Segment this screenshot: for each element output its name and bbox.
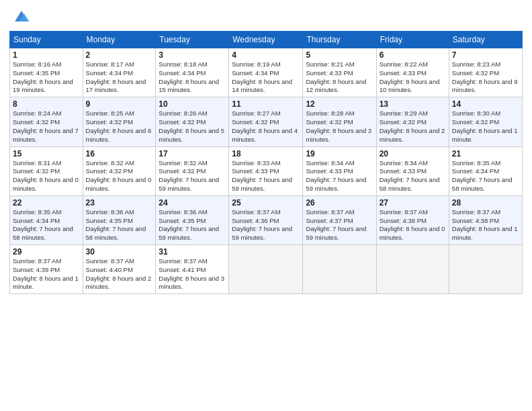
day-number: 27 — [380, 198, 446, 208]
day-info: Sunrise: 8:32 AMSunset: 4:32 PMDaylight:… — [86, 159, 153, 193]
calendar-cell: 30Sunrise: 8:37 AMSunset: 4:40 PMDayligh… — [83, 245, 156, 294]
day-info: Sunrise: 8:37 AMSunset: 4:38 PMDaylight:… — [380, 208, 446, 242]
day-number: 16 — [86, 149, 153, 158]
day-info: Sunrise: 8:22 AMSunset: 4:33 PMDaylight:… — [380, 60, 446, 95]
calendar-cell: 9Sunrise: 8:25 AMSunset: 4:32 PMDaylight… — [83, 97, 156, 146]
day-info: Sunrise: 8:32 AMSunset: 4:32 PMDaylight:… — [159, 159, 226, 193]
calendar-cell — [376, 245, 449, 294]
day-number: 22 — [13, 198, 80, 208]
day-number: 20 — [380, 149, 446, 158]
day-info: Sunrise: 8:16 AMSunset: 4:35 PMDaylight:… — [13, 60, 80, 95]
day-info: Sunrise: 8:24 AMSunset: 4:32 PMDaylight:… — [13, 109, 80, 144]
day-info: Sunrise: 8:30 AMSunset: 4:32 PMDaylight:… — [452, 109, 519, 144]
calendar-cell: 20Sunrise: 8:34 AMSunset: 4:33 PMDayligh… — [376, 146, 449, 195]
calendar-week-row: 22Sunrise: 8:35 AMSunset: 4:34 PMDayligh… — [10, 195, 523, 244]
calendar-cell: 1Sunrise: 8:16 AMSunset: 4:35 PMDaylight… — [10, 48, 83, 97]
weekday-header-tuesday: Tuesday — [156, 32, 229, 48]
calendar-cell: 15Sunrise: 8:31 AMSunset: 4:32 PMDayligh… — [10, 146, 83, 195]
day-number: 19 — [306, 149, 373, 158]
calendar-cell: 25Sunrise: 8:37 AMSunset: 4:36 PMDayligh… — [229, 195, 303, 244]
calendar-cell: 6Sunrise: 8:22 AMSunset: 4:33 PMDaylight… — [376, 48, 449, 97]
day-number: 24 — [159, 198, 226, 208]
calendar-cell: 27Sunrise: 8:37 AMSunset: 4:38 PMDayligh… — [376, 195, 449, 244]
weekday-header-friday: Friday — [376, 32, 449, 48]
day-info: Sunrise: 8:35 AMSunset: 4:34 PMDaylight:… — [452, 159, 519, 193]
day-number: 10 — [159, 99, 226, 109]
day-info: Sunrise: 8:37 AMSunset: 4:39 PMDaylight:… — [13, 257, 80, 291]
calendar-cell: 17Sunrise: 8:32 AMSunset: 4:32 PMDayligh… — [156, 146, 229, 195]
calendar-cell: 4Sunrise: 8:19 AMSunset: 4:34 PMDaylight… — [229, 48, 303, 97]
weekday-header-sunday: Sunday — [10, 32, 83, 48]
day-info: Sunrise: 8:25 AMSunset: 4:32 PMDaylight:… — [86, 109, 153, 144]
day-number: 8 — [13, 99, 80, 109]
day-number: 1 — [13, 50, 80, 60]
calendar-cell: 5Sunrise: 8:21 AMSunset: 4:33 PMDaylight… — [303, 48, 376, 97]
day-info: Sunrise: 8:33 AMSunset: 4:33 PMDaylight:… — [232, 159, 300, 193]
day-number: 12 — [306, 99, 373, 109]
day-number: 31 — [159, 247, 226, 257]
calendar-cell: 31Sunrise: 8:37 AMSunset: 4:41 PMDayligh… — [156, 245, 229, 294]
day-number: 30 — [86, 247, 153, 257]
day-number: 3 — [159, 50, 226, 60]
day-number: 6 — [380, 50, 446, 60]
day-number: 26 — [306, 198, 373, 208]
day-info: Sunrise: 8:28 AMSunset: 4:32 PMDaylight:… — [306, 109, 373, 144]
day-info: Sunrise: 8:17 AMSunset: 4:34 PMDaylight:… — [86, 60, 153, 95]
calendar-cell: 13Sunrise: 8:29 AMSunset: 4:32 PMDayligh… — [376, 97, 449, 146]
calendar-table: SundayMondayTuesdayWednesdayThursdayFrid… — [9, 31, 523, 294]
calendar-cell — [449, 245, 522, 294]
day-number: 23 — [86, 198, 153, 208]
day-number: 5 — [306, 50, 373, 60]
calendar-cell: 10Sunrise: 8:26 AMSunset: 4:32 PMDayligh… — [156, 97, 229, 146]
day-info: Sunrise: 8:37 AMSunset: 4:37 PMDaylight:… — [306, 208, 373, 242]
calendar-cell: 16Sunrise: 8:32 AMSunset: 4:32 PMDayligh… — [83, 146, 156, 195]
day-info: Sunrise: 8:26 AMSunset: 4:32 PMDaylight:… — [159, 109, 226, 144]
calendar-cell: 18Sunrise: 8:33 AMSunset: 4:33 PMDayligh… — [229, 146, 303, 195]
day-number: 18 — [232, 149, 300, 158]
weekday-header-thursday: Thursday — [303, 32, 376, 48]
calendar-cell: 22Sunrise: 8:35 AMSunset: 4:34 PMDayligh… — [10, 195, 83, 244]
day-number: 13 — [380, 99, 446, 109]
logo — [9, 7, 31, 26]
day-info: Sunrise: 8:37 AMSunset: 4:40 PMDaylight:… — [86, 257, 153, 291]
day-number: 7 — [452, 50, 519, 60]
calendar-cell: 14Sunrise: 8:30 AMSunset: 4:32 PMDayligh… — [449, 97, 522, 146]
day-info: Sunrise: 8:35 AMSunset: 4:34 PMDaylight:… — [13, 208, 80, 242]
calendar-cell: 28Sunrise: 8:37 AMSunset: 4:38 PMDayligh… — [449, 195, 522, 244]
calendar-cell: 7Sunrise: 8:23 AMSunset: 4:32 PMDaylight… — [449, 48, 522, 97]
calendar-cell: 26Sunrise: 8:37 AMSunset: 4:37 PMDayligh… — [303, 195, 376, 244]
day-info: Sunrise: 8:31 AMSunset: 4:32 PMDaylight:… — [13, 159, 80, 193]
day-info: Sunrise: 8:36 AMSunset: 4:35 PMDaylight:… — [86, 208, 153, 242]
day-info: Sunrise: 8:21 AMSunset: 4:33 PMDaylight:… — [306, 60, 373, 95]
calendar-cell: 29Sunrise: 8:37 AMSunset: 4:39 PMDayligh… — [10, 245, 83, 294]
day-number: 28 — [452, 198, 519, 208]
calendar-cell: 19Sunrise: 8:34 AMSunset: 4:33 PMDayligh… — [303, 146, 376, 195]
calendar-week-row: 15Sunrise: 8:31 AMSunset: 4:32 PMDayligh… — [10, 146, 523, 195]
weekday-header-monday: Monday — [83, 32, 156, 48]
logo-icon — [12, 7, 31, 26]
day-info: Sunrise: 8:37 AMSunset: 4:38 PMDaylight:… — [452, 208, 519, 242]
day-info: Sunrise: 8:37 AMSunset: 4:41 PMDaylight:… — [159, 257, 226, 291]
weekday-header-wednesday: Wednesday — [229, 32, 303, 48]
calendar-cell: 24Sunrise: 8:36 AMSunset: 4:35 PMDayligh… — [156, 195, 229, 244]
calendar-cell: 12Sunrise: 8:28 AMSunset: 4:32 PMDayligh… — [303, 97, 376, 146]
calendar-cell — [303, 245, 376, 294]
calendar-week-row: 8Sunrise: 8:24 AMSunset: 4:32 PMDaylight… — [10, 97, 523, 146]
day-info: Sunrise: 8:19 AMSunset: 4:34 PMDaylight:… — [232, 60, 300, 95]
day-info: Sunrise: 8:27 AMSunset: 4:32 PMDaylight:… — [232, 109, 300, 144]
calendar-week-row: 29Sunrise: 8:37 AMSunset: 4:39 PMDayligh… — [10, 245, 523, 294]
day-number: 14 — [452, 99, 519, 109]
day-number: 2 — [86, 50, 153, 60]
calendar-cell: 23Sunrise: 8:36 AMSunset: 4:35 PMDayligh… — [83, 195, 156, 244]
calendar-week-row: 1Sunrise: 8:16 AMSunset: 4:35 PMDaylight… — [10, 48, 523, 97]
day-number: 15 — [13, 149, 80, 158]
day-number: 21 — [452, 149, 519, 158]
day-number: 4 — [232, 50, 300, 60]
day-number: 25 — [232, 198, 300, 208]
calendar-cell — [229, 245, 303, 294]
day-number: 17 — [159, 149, 226, 158]
day-number: 9 — [86, 99, 153, 109]
day-info: Sunrise: 8:36 AMSunset: 4:35 PMDaylight:… — [159, 208, 226, 242]
day-info: Sunrise: 8:34 AMSunset: 4:33 PMDaylight:… — [306, 159, 373, 193]
day-info: Sunrise: 8:34 AMSunset: 4:33 PMDaylight:… — [380, 159, 446, 193]
